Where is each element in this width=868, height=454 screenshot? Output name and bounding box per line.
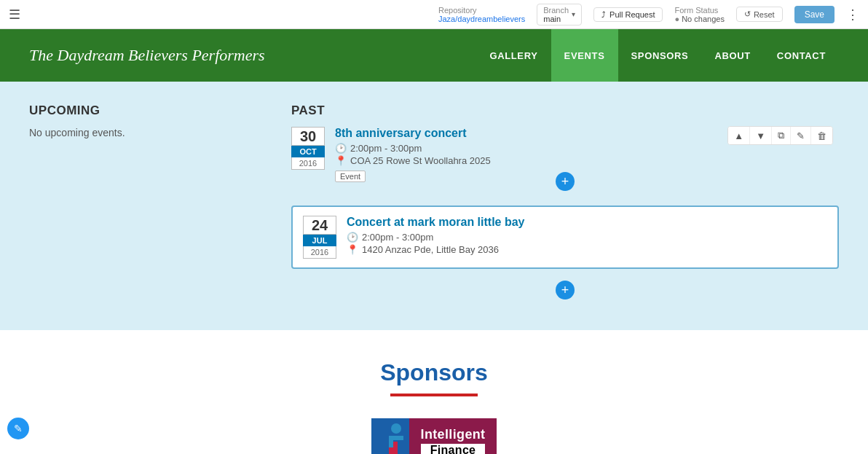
form-status-value: ● No changes [674,15,724,23]
clock-icon-2: 🕑 [347,232,358,243]
reset-button[interactable]: ↺ Reset [736,7,783,22]
delete-button[interactable]: 🗑 [811,127,832,144]
event-1-year: 2016 [291,157,325,170]
event-card-2[interactable]: 24 JUL 2016 Concert at mark moran little… [291,206,839,269]
event-1-label: Event [335,171,366,182]
reset-icon: ↺ [744,9,751,19]
past-title: PAST [291,103,839,118]
location-icon: 📍 [335,155,347,166]
site-header: The Daydream Believers Performers GALLER… [0,29,868,82]
event-1-location: 📍 COA 25 Rowe St Woollahra 2025 [335,155,839,166]
nav-contact[interactable]: CONTACT [764,29,839,82]
add-circle-icon-2[interactable]: + [556,281,575,300]
save-button[interactable]: Save [794,6,835,23]
site-logo: The Daydream Believers Performers [29,46,265,65]
branch-value: main [543,15,569,23]
event-2-date: 24 JUL 2016 [303,216,336,259]
repository-label: Repository [438,6,525,15]
edit-button[interactable]: ✎ [791,127,811,144]
event-1-day: 30 [291,127,325,146]
add-below-button: + [291,281,839,300]
copy-button[interactable]: ⧉ [772,127,791,144]
pull-request-label: Pull Request [609,10,655,19]
svg-rect-2 [393,436,403,440]
svg-point-0 [391,423,401,434]
svg-rect-3 [389,447,393,454]
svg-rect-4 [393,442,398,454]
menu-icon[interactable]: ☰ [9,7,20,23]
nav-sponsors[interactable]: SPONSORS [618,29,702,82]
upcoming-section: UPCOMING No upcoming events. [29,103,248,301]
repository-value[interactable]: Jaza/daydreambelievers [438,15,525,23]
site-nav: GALLERY EVENTS SPONSORS ABOUT CONTACT [476,29,839,82]
add-circle-icon-1[interactable]: + [556,172,575,191]
upcoming-title: UPCOMING [29,103,248,118]
main-content: UPCOMING No upcoming events. PAST 30 OCT… [0,82,868,330]
sponsor-1-name-bottom: Finance [421,444,486,455]
event-card-1[interactable]: 30 OCT 2016 ▲ ▼ ⧉ ✎ 🗑 8th anniversary co… [291,127,839,182]
sponsor-1: Intelligent Finance [371,418,497,454]
pull-request-button[interactable]: ⤴ Pull Request [593,7,663,22]
sponsor-1-name-top: Intelligent [421,427,486,442]
no-changes-dot: ● [674,15,682,23]
nav-about[interactable]: ABOUT [701,29,763,82]
sponsors-section: Sponsors Intelligent Finance [0,330,868,454]
past-section: PAST 30 OCT 2016 ▲ ▼ ⧉ ✎ 🗑 8th anniversa… [291,103,839,301]
move-down-button[interactable]: ▼ [750,127,772,144]
sponsors-underline [390,394,478,396]
add-between-button-1: + [556,172,575,191]
event-2-title: Concert at mark moran little bay [347,216,827,229]
event-1-month: OCT [291,146,325,157]
event-1-info: ▲ ▼ ⧉ ✎ 🗑 8th anniversary concert 🕑 2:00… [335,127,839,182]
event-1-date: 30 OCT 2016 [291,127,325,182]
form-status-label: Form Status [674,6,724,15]
event-2-month: JUL [303,235,336,246]
location-icon-2: 📍 [347,244,358,255]
sponsors-title: Sponsors [380,359,488,386]
branch-selector[interactable]: Branch main ▾ [537,4,582,26]
more-icon[interactable]: ⋮ [846,7,859,23]
branch-label: Branch [543,6,569,15]
sponsor-logos: Intelligent Finance [371,418,497,454]
sponsor-1-name-box: Intelligent Finance [409,418,497,454]
event-1-item-toolbar: ▲ ▼ ⧉ ✎ 🗑 [727,126,833,145]
no-events-text: No upcoming events. [29,127,248,138]
event-2-year: 2016 [303,246,336,259]
move-up-button[interactable]: ▲ [728,127,750,144]
repository-group: Repository Jaza/daydreambelievers [438,6,525,23]
event-2-time: 🕑 2:00pm - 3:00pm [347,232,827,243]
clock-icon: 🕑 [335,143,347,154]
branch-chevron-icon: ▾ [572,10,575,18]
sponsor-1-icon [371,418,409,454]
nav-events[interactable]: EVENTS [551,29,618,82]
edit-pencil-button[interactable]: ✎ [7,418,29,439]
event-2-day: 24 [303,216,336,235]
form-status: Form Status ● No changes [674,6,724,23]
event-2-location: 📍 1420 Anzac Pde, Little Bay 2036 [347,244,827,255]
sponsor-1-svg [376,421,405,454]
event-2-info: Concert at mark moran little bay 🕑 2:00p… [347,216,827,259]
nav-gallery[interactable]: GALLERY [476,29,551,82]
cms-toolbar: ☰ Repository Jaza/daydreambelievers Bran… [0,0,868,29]
pull-request-icon: ⤴ [601,10,606,19]
